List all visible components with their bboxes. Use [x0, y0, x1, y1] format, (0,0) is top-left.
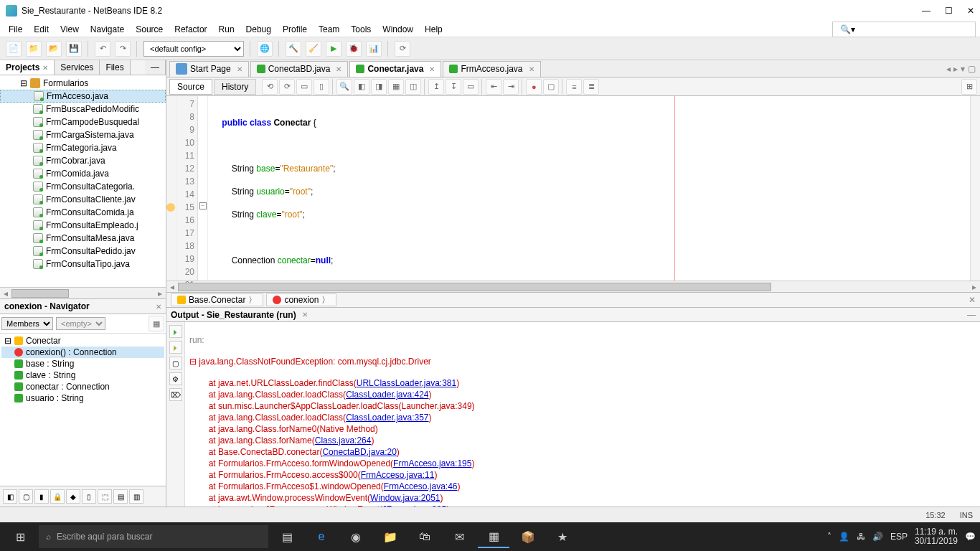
network-icon[interactable]: 🖧	[857, 532, 865, 542]
editor-tool-icon[interactable]: ▭	[296, 79, 312, 95]
build-button[interactable]: 🔨	[286, 41, 301, 57]
filter-button[interactable]: 🔒	[50, 489, 65, 504]
tree-item[interactable]: FrmCategoria.java	[0, 141, 166, 154]
start-button[interactable]: ⊞	[4, 525, 36, 548]
clear-button[interactable]: ⌦	[169, 388, 182, 401]
navigator-class[interactable]: ⊟Conectar	[1, 335, 164, 347]
menu-view[interactable]: View	[56, 23, 83, 36]
editor-tool-icon[interactable]: ◨	[371, 79, 387, 95]
filter-button[interactable]: ◆	[66, 489, 80, 504]
editor-tool-icon[interactable]: ⇤	[486, 79, 501, 95]
tree-item[interactable]: FrmConsultaComida.ja	[0, 206, 166, 219]
close-breadcrumb-icon[interactable]: ✕	[969, 295, 976, 305]
app-icon[interactable]: ★	[547, 525, 578, 548]
tab-frmacceso[interactable]: FrmAcceso.java✕	[443, 61, 540, 77]
tab-start-page[interactable]: Start Page✕	[169, 61, 249, 77]
editor-tool-icon[interactable]: ≡	[566, 79, 582, 95]
tree-item[interactable]: FrmConsultaMesa.java	[0, 232, 166, 245]
close-icon[interactable]: ✕	[156, 303, 161, 311]
menu-navigate[interactable]: Navigate	[86, 23, 128, 36]
close-icon[interactable]: ✕	[336, 65, 341, 73]
run-button[interactable]: ▶	[326, 41, 341, 57]
tree-folder[interactable]: ⊟Formularios	[0, 77, 166, 90]
history-tab[interactable]: History	[214, 79, 256, 95]
editor-tool-icon[interactable]: ▦	[388, 79, 404, 95]
tree-item[interactable]: FrmCobrar.java	[0, 154, 166, 167]
debug-button[interactable]: 🐞	[346, 41, 362, 57]
projects-tab[interactable]: Projects✕	[0, 60, 55, 75]
stop-button[interactable]: ▢	[169, 357, 182, 369]
task-view-icon[interactable]: ▤	[271, 525, 303, 548]
close-icon[interactable]: ✕	[42, 64, 48, 72]
new-file-button[interactable]: 📄	[6, 41, 22, 57]
menu-file[interactable]: File	[4, 23, 27, 36]
editor-tool-icon[interactable]: 🔍	[336, 79, 352, 95]
minimize-button[interactable]: —	[922, 6, 930, 16]
fold-toggle-icon[interactable]: −	[199, 202, 207, 209]
editor-tool-icon[interactable]: ≣	[583, 79, 599, 95]
menu-source[interactable]: Source	[131, 23, 167, 36]
save-all-button[interactable]: 💾	[66, 41, 82, 57]
hint-bulb-icon[interactable]	[166, 203, 175, 212]
minimize-output-icon[interactable]: —	[967, 310, 976, 320]
taskbar-search[interactable]: ⌕Escribe aquí para buscar	[39, 525, 268, 548]
browser-button[interactable]: 🌐	[257, 41, 273, 57]
menu-debug[interactable]: Debug	[242, 23, 275, 36]
redo-button[interactable]: ↷	[115, 41, 131, 57]
edge-icon[interactable]: e	[306, 525, 337, 548]
project-tree[interactable]: ⊟Formularios FrmAcceso.java FrmBuscaPedi…	[0, 75, 166, 287]
tree-item[interactable]: FrmConsultaPedido.jav	[0, 245, 166, 258]
tree-item[interactable]: FrmBuscaPedidoModific	[0, 103, 166, 116]
tab-list-icon[interactable]: ▾	[961, 64, 965, 74]
editor-tool-icon[interactable]: ⟳	[279, 79, 295, 95]
editor-tool-icon[interactable]: ◫	[405, 79, 421, 95]
people-icon[interactable]: 👤	[839, 532, 849, 542]
filter-button[interactable]: ▮	[34, 489, 49, 504]
fold-column[interactable]: −	[198, 96, 208, 281]
chrome-icon[interactable]: ◉	[340, 525, 372, 548]
clean-build-button[interactable]: 🧹	[306, 41, 321, 57]
filter-button[interactable]: ▤	[113, 489, 128, 504]
navigator-item[interactable]: clave : String	[1, 369, 164, 381]
config-select[interactable]: <default config>	[143, 41, 244, 57]
editor-tool-icon[interactable]: ▭	[463, 79, 479, 95]
navigator-item[interactable]: base : String	[1, 358, 164, 369]
settings-button[interactable]: ⚙	[169, 372, 182, 385]
rerun-button[interactable]: ⏵	[169, 325, 182, 338]
editor-tool-icon[interactable]: ↥	[428, 79, 444, 95]
navigator-settings-icon[interactable]: ▦	[149, 316, 164, 331]
editor-hscroll[interactable]: ◂▸	[166, 281, 980, 292]
mail-icon[interactable]: ✉	[443, 525, 475, 548]
tree-item[interactable]: FrmCargaSistema.java	[0, 128, 166, 141]
new-project-button[interactable]: 📁	[26, 41, 42, 57]
error-stripe[interactable]	[970, 96, 980, 281]
editor-tool-icon[interactable]: ▯	[314, 79, 329, 95]
tab-conectar[interactable]: Conectar.java✕	[349, 61, 441, 77]
editor-tool-icon[interactable]: ⟲	[262, 79, 278, 95]
close-icon[interactable]: ✕	[529, 65, 534, 73]
tab-next-icon[interactable]: ▸	[953, 64, 958, 74]
volume-icon[interactable]: 🔊	[872, 532, 883, 542]
netbeans-task-icon[interactable]: ▦	[478, 525, 509, 548]
close-button[interactable]: ✕	[967, 6, 974, 16]
editor-tool-icon[interactable]: ◧	[354, 79, 369, 95]
editor-tool-icon[interactable]: ⇥	[503, 79, 519, 95]
tree-item[interactable]: FrmComida.java	[0, 167, 166, 180]
rerun-debug-button[interactable]: ⏵	[169, 341, 182, 354]
filter-button[interactable]: ▯	[82, 489, 96, 504]
code-editor[interactable]: 789101112131415161718192021 − public cla…	[166, 96, 980, 281]
navigator-item[interactable]: conexion() : Connection	[1, 347, 164, 358]
filter-button[interactable]: ▥	[129, 489, 143, 504]
language-indicator[interactable]: ESP	[890, 532, 908, 542]
close-icon[interactable]: ✕	[429, 65, 435, 73]
tree-item[interactable]: FrmConsultaCategoria.	[0, 180, 166, 193]
profile-button[interactable]: 📊	[366, 41, 382, 57]
tree-hscroll[interactable]: ◂▸	[0, 287, 166, 298]
editor-tool-icon[interactable]: ↧	[446, 79, 461, 95]
output-text[interactable]: run: ⊟ java.lang.ClassNotFoundException:…	[185, 322, 980, 507]
clock[interactable]: 11:19 a. m.30/11/2019	[915, 527, 958, 546]
maximize-button[interactable]: ☐	[945, 6, 953, 16]
menu-tools[interactable]: Tools	[347, 23, 375, 36]
filter-button[interactable]: ▢	[19, 489, 33, 504]
menu-refactor[interactable]: Refactor	[170, 23, 211, 36]
